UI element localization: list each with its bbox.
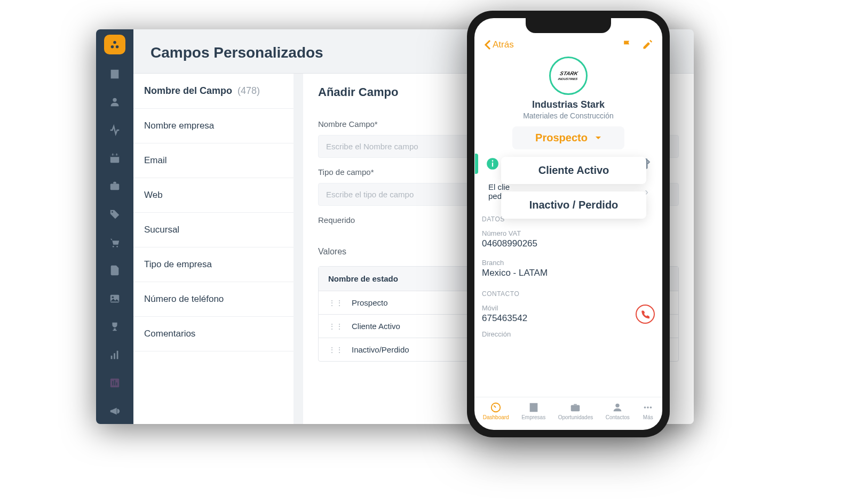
list-header-label: Nombre del Campo — [144, 85, 232, 97]
svg-point-34 — [650, 406, 652, 409]
svg-point-32 — [644, 406, 646, 409]
nav-companies[interactable]: Empresas — [521, 402, 545, 420]
address-label: Dirección — [482, 330, 655, 338]
edit-icon[interactable] — [642, 39, 653, 50]
flag-icon[interactable] — [622, 39, 632, 50]
nav-tag-icon[interactable] — [96, 202, 133, 228]
status-current: Prospecto — [535, 132, 588, 144]
nav-activity-icon[interactable] — [96, 117, 133, 143]
mobile-value: 675463542 — [482, 313, 527, 324]
svg-rect-5 — [110, 155, 120, 157]
svg-rect-6 — [112, 154, 113, 156]
sidebar — [96, 29, 133, 424]
drag-handle-icon[interactable]: ⋮⋮ — [328, 299, 343, 307]
list-header: Nombre del Campo (478) — [133, 74, 294, 109]
svg-rect-30 — [571, 405, 580, 411]
nav-trophy-icon[interactable] — [96, 314, 133, 340]
status-dropdown[interactable]: Prospecto — [512, 126, 624, 149]
svg-point-13 — [112, 296, 114, 298]
company-name: Industrias Stark — [474, 99, 662, 110]
svg-rect-18 — [112, 381, 113, 385]
nav-calendar-icon[interactable] — [96, 145, 133, 171]
svg-point-31 — [616, 404, 620, 407]
field-row[interactable]: Web — [133, 178, 294, 213]
svg-point-11 — [116, 246, 118, 247]
svg-rect-7 — [116, 154, 117, 156]
nav-cart-icon[interactable] — [96, 229, 133, 255]
field-row[interactable]: Número de teléfono — [133, 282, 294, 317]
svg-rect-14 — [111, 356, 113, 359]
nav-label: Dashboard — [483, 414, 509, 420]
list-header-count: (478) — [237, 85, 260, 97]
section-contact-title: CONTACTO — [474, 285, 662, 301]
nav-label: Oportunidades — [558, 414, 593, 420]
nav-dashboard[interactable]: Dashboard — [483, 402, 509, 420]
branch-label: Branch — [482, 259, 655, 267]
vat-value: 04608990265 — [482, 238, 655, 249]
nav-more[interactable]: Más — [642, 402, 654, 420]
value-label: Inactivo/Perdido — [352, 345, 409, 354]
status-option[interactable]: Inactivo / Perdido — [501, 191, 646, 219]
nav-contacts[interactable]: Contactos — [606, 402, 630, 420]
value-label: Cliente Activo — [352, 322, 400, 331]
svg-point-3 — [113, 98, 116, 102]
branch-value: Mexico - LATAM — [482, 268, 655, 278]
drag-handle-icon[interactable]: ⋮⋮ — [328, 346, 343, 354]
company-avatar: STARKINDUSTRIES — [549, 57, 588, 95]
svg-rect-16 — [117, 351, 118, 359]
nav-image-icon[interactable] — [96, 286, 133, 312]
svg-rect-8 — [110, 184, 120, 190]
field-row[interactable]: Tipo de empresa — [133, 247, 294, 282]
app-logo[interactable] — [104, 35, 125, 54]
status-options: Cliente Activo Inactivo / Perdido — [501, 157, 646, 226]
company-logo-text: STARKINDUSTRIES — [558, 71, 579, 81]
tab-info-icon[interactable] — [486, 157, 500, 171]
fields-list: Nombre del Campo (478) Nombre empresa Em… — [133, 74, 294, 424]
nav-reports-icon[interactable] — [96, 342, 133, 368]
nav-files-icon[interactable] — [96, 258, 133, 284]
svg-point-0 — [113, 41, 116, 44]
svg-point-23 — [492, 160, 493, 162]
field-row[interactable]: Comentarios — [133, 317, 294, 351]
value-label: Prospecto — [352, 298, 388, 307]
phone-screen: Atrás STARKINDUSTRIES Industrias Stark M… — [474, 18, 662, 430]
nav-analytics-icon[interactable] — [96, 370, 133, 396]
svg-rect-19 — [114, 380, 115, 385]
phone-notch — [526, 18, 611, 33]
nav-label: Empresas — [521, 414, 545, 420]
svg-point-1 — [111, 45, 114, 49]
nav-companies-icon[interactable] — [96, 61, 133, 87]
back-label: Atrás — [493, 39, 514, 50]
back-button[interactable]: Atrás — [484, 39, 514, 50]
status-option[interactable]: Cliente Activo — [501, 157, 646, 184]
nav-opportunities[interactable]: Oportunidades — [558, 402, 593, 420]
field-row[interactable]: Nombre empresa — [133, 109, 294, 143]
svg-rect-15 — [114, 354, 115, 359]
call-button[interactable] — [636, 305, 655, 324]
company-subtitle: Materiales de Construcción — [474, 111, 662, 120]
drag-handle-icon[interactable]: ⋮⋮ — [328, 322, 343, 331]
nav-label: Contactos — [606, 414, 630, 420]
phone-frame: Atrás STARKINDUSTRIES Industrias Stark M… — [467, 11, 670, 437]
chevron-down-icon — [595, 136, 601, 140]
svg-point-33 — [647, 406, 649, 409]
svg-rect-22 — [492, 163, 493, 167]
bottom-nav: Dashboard Empresas Oportunidades Contact… — [474, 397, 662, 430]
field-row[interactable]: Sucursal — [133, 213, 294, 247]
svg-point-9 — [112, 211, 113, 213]
nav-contacts-icon[interactable] — [96, 89, 133, 115]
mobile-label: Móvil — [482, 304, 527, 312]
svg-rect-20 — [116, 382, 117, 386]
svg-point-2 — [116, 45, 119, 49]
nav-label: Más — [643, 414, 653, 420]
nav-campaigns-icon[interactable] — [96, 398, 133, 424]
field-row[interactable]: Email — [133, 143, 294, 178]
nav-briefcase-icon[interactable] — [96, 173, 133, 199]
vat-label: Número VAT — [482, 229, 655, 237]
svg-point-10 — [113, 246, 114, 247]
